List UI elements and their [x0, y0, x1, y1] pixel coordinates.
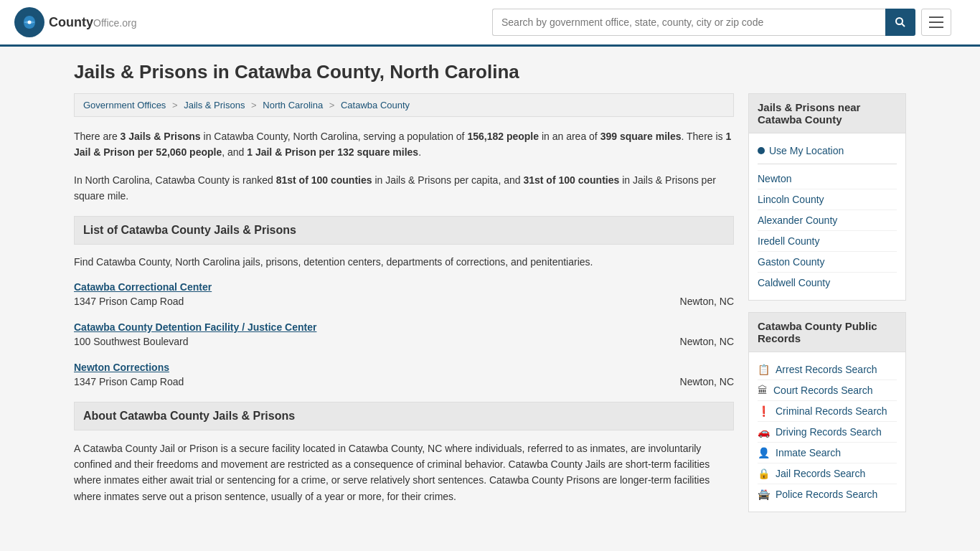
sidebar-nearby-lincoln[interactable]: Lincoln County — [758, 189, 897, 210]
location-dot-icon — [758, 147, 765, 154]
facility-name[interactable]: Catawba County Detention Facility / Just… — [74, 321, 734, 333]
police-records-label: Police Records Search — [776, 489, 877, 500]
facility-city: Newton, NC — [680, 376, 734, 387]
driving-records-label: Driving Records Search — [776, 426, 882, 438]
list-intro: Find Catawba County, North Carolina jail… — [74, 255, 734, 270]
court-records-link[interactable]: 🏛 Court Records Search — [758, 380, 897, 401]
facility-item: Catawba County Detention Facility / Just… — [74, 321, 734, 347]
facility-city: Newton, NC — [680, 296, 734, 307]
breadcrumb-sep2: > — [251, 100, 257, 110]
arrest-icon: 📋 — [758, 364, 770, 375]
logo-icon — [14, 7, 44, 37]
nearby-label-newton: Newton — [758, 173, 791, 184]
driving-records-link[interactable]: 🚗 Driving Records Search — [758, 422, 897, 443]
inmate-icon: 👤 — [758, 447, 770, 458]
police-icon: 🚔 — [758, 489, 770, 500]
police-records-link[interactable]: 🚔 Police Records Search — [758, 484, 897, 504]
facility-name[interactable]: Newton Corrections — [74, 362, 734, 373]
nearby-label-iredell: Iredell County — [758, 235, 819, 247]
breadcrumb-gov-offices[interactable]: Government Offices — [83, 100, 166, 110]
sidebar: Jails & Prisons near Catawba County Use … — [748, 93, 906, 524]
search-input[interactable] — [492, 9, 885, 36]
list-section: List of Catawba County Jails & Prisons F… — [74, 216, 734, 387]
sidebar-nearby-newton[interactable]: Newton — [758, 169, 897, 189]
use-location-link[interactable]: Use My Location — [758, 141, 897, 164]
jail-records-link[interactable]: 🔒 Jail Records Search — [758, 463, 897, 484]
breadcrumb: Government Offices > Jails & Prisons > N… — [74, 93, 734, 117]
breadcrumb-catawba[interactable]: Catawba County — [341, 100, 410, 110]
description-stats: There are 3 Jails & Prisons in Catawba C… — [74, 128, 734, 161]
facility-name[interactable]: Catawba Correctional Center — [74, 281, 734, 293]
nearby-label-alexander: Alexander County — [758, 215, 837, 226]
logo[interactable]: CountyOffice.org — [14, 7, 136, 37]
facility-item: Catawba Correctional Center 1347 Prison … — [74, 281, 734, 307]
inmate-search-label: Inmate Search — [776, 447, 841, 458]
sidebar-nearby-iredell[interactable]: Iredell County — [758, 231, 897, 252]
page-title: Jails & Prisons in Catawba County, North… — [74, 61, 906, 83]
driving-icon: 🚗 — [758, 426, 770, 438]
jail-icon: 🔒 — [758, 468, 770, 479]
sidebar-records-box: Catawba County Public Records 📋 Arrest R… — [748, 312, 906, 512]
breadcrumb-sep3: > — [329, 100, 335, 110]
facility-city: Newton, NC — [680, 336, 734, 347]
logo-label: CountyOffice.org — [49, 15, 136, 30]
facility-address: 1347 Prison Camp Road — [74, 376, 184, 387]
about-text: A Catawba County Jail or Prison is a sec… — [74, 441, 734, 505]
breadcrumb-nc[interactable]: North Carolina — [263, 100, 323, 110]
facility-address: 1347 Prison Camp Road — [74, 296, 184, 307]
svg-point-1 — [28, 21, 32, 24]
nearby-label-lincoln: Lincoln County — [758, 194, 824, 205]
sidebar-nearby-header: Jails & Prisons near Catawba County — [749, 94, 905, 133]
criminal-records-label: Criminal Records Search — [776, 405, 887, 417]
arrest-records-link[interactable]: 📋 Arrest Records Search — [758, 359, 897, 380]
criminal-icon: ❗ — [758, 405, 770, 417]
description-rank: In North Carolina, Catawba County is ran… — [74, 172, 734, 204]
sidebar-nearby-box: Jails & Prisons near Catawba County Use … — [748, 93, 906, 301]
sidebar-nearby-gaston[interactable]: Gaston County — [758, 252, 897, 273]
sidebar-nearby-alexander[interactable]: Alexander County — [758, 210, 897, 231]
facility-address: 100 Southwest Boulevard — [74, 336, 189, 347]
nearby-label-gaston: Gaston County — [758, 256, 824, 268]
about-section: About Catawba County Jails & Prisons A C… — [74, 402, 734, 505]
sidebar-nearby-caldwell[interactable]: Caldwell County — [758, 273, 897, 293]
criminal-records-link[interactable]: ❗ Criminal Records Search — [758, 401, 897, 422]
court-icon: 🏛 — [758, 385, 768, 396]
svg-line-3 — [902, 24, 905, 27]
nearby-label-caldwell: Caldwell County — [758, 277, 830, 288]
court-records-label: Court Records Search — [773, 385, 873, 396]
breadcrumb-sep1: > — [172, 100, 178, 110]
sidebar-records-header: Catawba County Public Records — [749, 313, 905, 352]
svg-point-2 — [896, 18, 903, 24]
facility-item: Newton Corrections 1347 Prison Camp Road… — [74, 362, 734, 387]
menu-button[interactable] — [921, 9, 951, 36]
jail-records-label: Jail Records Search — [776, 468, 865, 479]
breadcrumb-jails[interactable]: Jails & Prisons — [184, 100, 245, 110]
arrest-records-label: Arrest Records Search — [776, 364, 877, 375]
about-section-header: About Catawba County Jails & Prisons — [74, 402, 734, 430]
list-section-header: List of Catawba County Jails & Prisons — [74, 216, 734, 245]
search-button[interactable] — [885, 9, 915, 36]
use-location-label: Use My Location — [769, 145, 844, 156]
inmate-search-link[interactable]: 👤 Inmate Search — [758, 443, 897, 463]
